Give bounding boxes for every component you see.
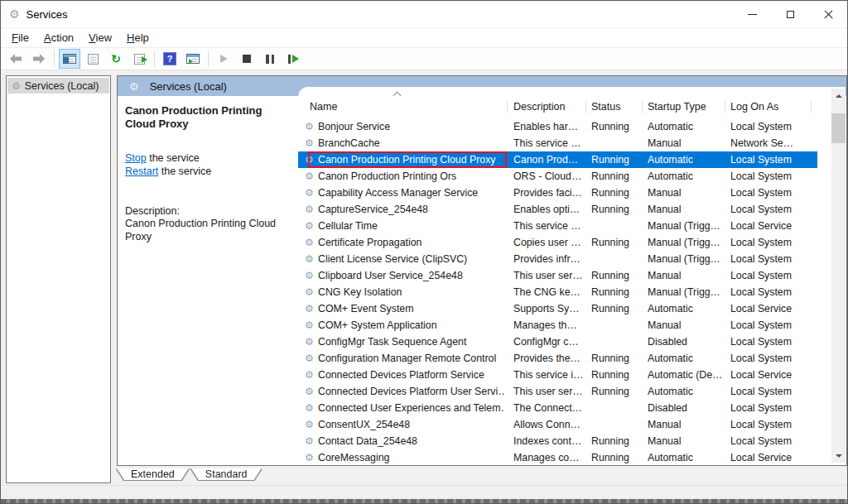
stop-service-link[interactable]: Stop bbox=[125, 152, 147, 164]
scroll-up-button[interactable] bbox=[831, 89, 846, 103]
column-divider[interactable] bbox=[725, 100, 725, 113]
forward-button[interactable] bbox=[28, 49, 50, 69]
cell-status bbox=[591, 135, 643, 151]
table-row[interactable]: ⚙BranchCacheThis service …ManualNetwork … bbox=[298, 135, 817, 151]
cell-status: Running bbox=[591, 367, 643, 383]
close-button[interactable] bbox=[809, 1, 847, 27]
scroll-down-button[interactable] bbox=[831, 449, 846, 463]
refresh-button[interactable]: ↻ bbox=[105, 49, 127, 69]
cell-logon: Local System bbox=[730, 433, 816, 449]
tab-extended[interactable]: Extended bbox=[117, 468, 189, 480]
minimize-button[interactable] bbox=[733, 1, 771, 27]
tab-standard[interactable]: Standard bbox=[191, 468, 262, 480]
table-row[interactable]: ⚙CoreMessagingManages co…RunningAutomati… bbox=[298, 449, 817, 464]
cell-description: Manages co… bbox=[513, 449, 590, 464]
table-row[interactable]: ⚙Canon Production Printing OrsORS - Clou… bbox=[298, 168, 817, 185]
service-gear-icon: ⚙ bbox=[305, 300, 314, 317]
col-header-status[interactable]: Status bbox=[591, 101, 620, 113]
table-row[interactable]: ⚙CaptureService_254e48Enables opti…Runni… bbox=[298, 201, 817, 218]
cell-name: ConsentUX_254e48 bbox=[318, 416, 505, 433]
show-console-tree-button[interactable] bbox=[59, 49, 80, 69]
cell-description: Provides faci… bbox=[513, 185, 590, 201]
cell-description: Supports Sy… bbox=[513, 300, 590, 317]
menu-file[interactable]: File bbox=[4, 29, 36, 46]
service-gear-icon: ⚙ bbox=[305, 383, 314, 400]
table-row[interactable]: ⚙ConsentUX_254e48Allows Conn…ManualLocal… bbox=[298, 416, 817, 433]
cell-description: Provides infr… bbox=[513, 251, 590, 267]
table-row[interactable]: ⚙ConfigMgr Task Sequence AgentConfigMgr … bbox=[298, 334, 817, 350]
col-header-startup-type[interactable]: Startup Type bbox=[648, 101, 706, 113]
table-row[interactable]: ⚙Cellular TimeThis service …Manual (Trig… bbox=[298, 218, 817, 234]
play-icon bbox=[220, 55, 228, 63]
table-row[interactable]: ⚙Bonjour ServiceEnables har…RunningAutom… bbox=[298, 118, 817, 135]
cell-startup: Manual bbox=[648, 267, 727, 284]
toolbar-separator bbox=[208, 50, 209, 67]
service-gear-icon: ⚙ bbox=[305, 416, 314, 433]
tree-item-services-local[interactable]: ⚙ Services (Local) bbox=[7, 78, 109, 94]
scrollbar-thumb[interactable] bbox=[831, 113, 846, 143]
cell-status: Running bbox=[591, 118, 643, 135]
table-row[interactable]: ⚙CNG Key IsolationThe CNG ke…RunningManu… bbox=[298, 284, 817, 300]
cell-logon: Local Service bbox=[730, 300, 816, 317]
table-row[interactable]: ⚙Configuration Manager Remote ControlPro… bbox=[298, 350, 817, 367]
menu-view[interactable]: View bbox=[81, 29, 119, 46]
column-divider[interactable] bbox=[811, 100, 812, 113]
refresh-icon: ↻ bbox=[111, 53, 121, 65]
service-actions: Stop the serviceRestart the service bbox=[125, 152, 292, 178]
back-button[interactable] bbox=[5, 49, 26, 69]
help-icon: ? bbox=[163, 52, 176, 65]
column-divider[interactable] bbox=[642, 100, 643, 113]
table-row[interactable]: ⚙Connected Devices Platform User Servi…T… bbox=[298, 383, 817, 400]
restart-service-link[interactable]: Restart bbox=[125, 166, 158, 177]
cell-status bbox=[591, 218, 643, 234]
cell-description: This service i… bbox=[513, 367, 590, 383]
service-action-line: Restart the service bbox=[125, 166, 292, 179]
table-row[interactable]: ⚙Connected Devices Platform ServiceThis … bbox=[298, 367, 817, 383]
col-header-description[interactable]: Description bbox=[513, 101, 566, 113]
col-header-name[interactable]: Name bbox=[310, 101, 337, 113]
cell-startup: Disabled bbox=[648, 334, 727, 350]
column-divider[interactable] bbox=[585, 100, 586, 113]
vertical-scrollbar[interactable] bbox=[831, 89, 846, 463]
table-row[interactable]: ⚙Certificate PropagationCopies user …Run… bbox=[298, 234, 817, 251]
services-panel: ⚙ Services (Local) Canon Production Prin… bbox=[117, 75, 847, 466]
service-gear-icon: ⚙ bbox=[305, 433, 314, 449]
menu-action[interactable]: Action bbox=[36, 29, 81, 46]
help-button[interactable]: ? bbox=[159, 49, 181, 69]
cell-startup: Automatic bbox=[648, 118, 727, 135]
menu-help[interactable]: Help bbox=[119, 29, 157, 46]
cell-status: Running bbox=[591, 284, 643, 300]
table-row[interactable]: ⚙Contact Data_254e48Indexes cont…Running… bbox=[298, 433, 817, 449]
table-row[interactable]: ⚙Connected User Experiences and Telem…Th… bbox=[298, 400, 817, 416]
cell-description: This user ser… bbox=[513, 383, 590, 400]
cell-status: Running bbox=[591, 267, 643, 284]
table-row[interactable]: ⚙COM+ Event SystemSupports Sy…RunningAut… bbox=[298, 300, 817, 317]
cell-startup: Automatic bbox=[648, 350, 727, 367]
cell-startup: Manual (Trigg… bbox=[648, 284, 727, 300]
table-row[interactable]: ⚙Capability Access Manager ServiceProvid… bbox=[298, 185, 817, 201]
toolbar: ↻ ? bbox=[1, 47, 847, 70]
cell-name: Configuration Manager Remote Control bbox=[318, 350, 505, 367]
stop-service-button[interactable] bbox=[236, 49, 258, 69]
window-controls bbox=[733, 1, 847, 27]
service-gear-icon: ⚙ bbox=[305, 317, 314, 334]
table-row[interactable]: ⚙Clipboard User Service_254e48This user … bbox=[298, 267, 817, 284]
table-row[interactable]: ⚙Canon Production Printing Cloud ProxyCa… bbox=[298, 151, 817, 168]
col-header-log-on-as[interactable]: Log On As bbox=[730, 101, 778, 113]
services-list: Name Description Status Startup Type Log… bbox=[298, 87, 846, 464]
chevron-down-icon bbox=[836, 454, 842, 458]
restart-service-button[interactable] bbox=[282, 49, 304, 69]
cell-description: The CNG ke… bbox=[513, 284, 590, 300]
properties-button[interactable] bbox=[82, 49, 104, 69]
show-list-pane-button[interactable] bbox=[182, 49, 204, 69]
pause-service-button[interactable] bbox=[259, 49, 281, 69]
table-row[interactable]: ⚙COM+ System ApplicationManages th…Manua… bbox=[298, 317, 817, 334]
close-icon bbox=[823, 9, 834, 20]
export-list-button[interactable] bbox=[128, 49, 150, 69]
service-gear-icon: ⚙ bbox=[305, 251, 314, 267]
cell-description: This service … bbox=[513, 218, 590, 234]
maximize-button[interactable] bbox=[771, 1, 809, 27]
table-row[interactable]: ⚙Client License Service (ClipSVC)Provide… bbox=[298, 251, 817, 267]
start-service-button[interactable] bbox=[213, 49, 234, 69]
column-divider[interactable] bbox=[507, 100, 508, 113]
